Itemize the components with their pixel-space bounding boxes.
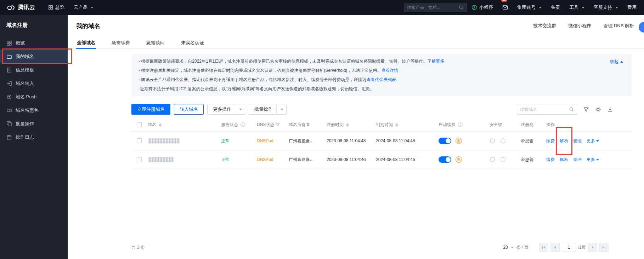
chevron-up-icon — [620, 61, 623, 63]
nav-beian[interactable]: 备案 — [546, 0, 565, 15]
chevron-down-icon — [596, 159, 599, 161]
nav-group-account-label: 集团账号 — [517, 4, 536, 11]
package-icon — [6, 108, 12, 113]
filter-icon[interactable] — [276, 123, 280, 127]
sidebar-item-label: 信息模板 — [16, 67, 34, 73]
col-dns-status[interactable]: DNS状态 — [257, 122, 289, 128]
search-icon[interactable] — [569, 107, 574, 112]
col-registered[interactable]: 注册时间 — [327, 122, 376, 128]
next-page-button[interactable] — [588, 243, 597, 252]
link-wechat-miniprogram[interactable]: 微信小程序 — [568, 23, 591, 29]
sidebar-item-my-domains[interactable]: 我的域名 — [0, 50, 68, 63]
sidebar-item-transfer-in[interactable]: 域名转入 — [0, 77, 68, 90]
col-registrar: 注册商 — [521, 122, 546, 128]
action-manage[interactable]: 管理 — [573, 138, 582, 144]
tab-need-redeem[interactable]: 急需赎回 — [146, 37, 165, 48]
batch-actions-dropdown[interactable]: 批量操作 — [249, 104, 287, 115]
page-size-select[interactable]: 20 — [503, 245, 514, 250]
page-title: 我的域名 — [76, 22, 100, 30]
action-renew[interactable]: 续费 — [546, 138, 555, 144]
notice-link-voucher-list[interactable]: 查看代金券列表 — [366, 77, 396, 82]
chevron-down-icon — [615, 7, 618, 8]
row-checkbox[interactable] — [137, 157, 142, 162]
link-tech-group[interactable]: 技术交流群 — [533, 23, 556, 29]
dns-status: DNSPod — [257, 138, 273, 143]
action-more-dropdown[interactable]: 更多 — [587, 157, 599, 163]
link-manage-dns[interactable]: 管理 DNS 解析 — [603, 23, 634, 29]
nav-group-account[interactable]: 集团账号 — [513, 0, 546, 15]
nav-cloud-products-label: 云产品 — [74, 4, 87, 11]
global-search-input[interactable] — [407, 5, 457, 10]
sidebar-item-label: 我的域名 — [16, 53, 34, 60]
page-input[interactable] — [562, 243, 576, 252]
nav-messages[interactable]: 11 — [498, 0, 513, 15]
envelope-icon — [502, 5, 508, 10]
more-actions-dropdown[interactable]: 更多操作 — [207, 104, 245, 115]
tab-need-renew[interactable]: 急需续费 — [111, 37, 131, 48]
info-icon[interactable] — [241, 122, 245, 127]
action-manage[interactable]: 管理 — [573, 157, 582, 163]
security-lock-icon[interactable] — [500, 157, 506, 163]
prev-page-button[interactable] — [550, 243, 560, 252]
page-header: 我的域名 技术交流群 微信小程序 管理 DNS 解析 — [68, 15, 644, 37]
total-count: 共 2 条 — [131, 244, 145, 251]
domain-search-input[interactable] — [520, 107, 567, 112]
sidebar-item-label: 概览 — [16, 40, 25, 46]
nav-support[interactable]: 客服支持 — [589, 0, 623, 15]
auto-renew-toggle[interactable] — [439, 138, 451, 144]
action-more-dropdown[interactable]: 更多 — [587, 138, 599, 144]
tab-all-domains[interactable]: 全部域名 — [76, 37, 96, 48]
sort-icon — [395, 123, 398, 127]
register-domain-button[interactable]: 立即注册域名 — [131, 104, 170, 115]
nav-cloud-products[interactable]: 云产品 — [69, 0, 98, 15]
action-resolve[interactable]: 解析 — [560, 157, 568, 163]
sidebar-title: 域名注册 — [0, 15, 68, 34]
download-icon[interactable] — [607, 107, 613, 113]
nav-billing[interactable]: 费用 — [623, 0, 641, 15]
select-all-checkbox[interactable] — [137, 122, 142, 127]
notice-line: - 根据最新政策法规要求，自2022年1月1日起，域名注册前必须使用已实名审核的… — [139, 57, 625, 66]
col-domain[interactable]: 域名 — [148, 122, 221, 128]
search-icon[interactable] — [459, 5, 464, 10]
nav-overview[interactable]: 总览 — [44, 0, 69, 15]
sidebar-item-batch[interactable]: 批量操作 — [0, 117, 68, 131]
page-total-label: /1页 — [578, 244, 586, 251]
grid-icon — [48, 5, 53, 10]
transfer-domain-button[interactable]: 转入域名 — [174, 104, 204, 115]
row-checkbox[interactable] — [137, 138, 142, 143]
chevron-down-icon — [91, 7, 94, 8]
toolbar: 立即注册域名 转入域名 更多操作 批量操作 — [131, 104, 632, 115]
security-lock-icon[interactable] — [490, 157, 495, 163]
tencent-cloud-logo[interactable]: 腾讯云 — [0, 3, 44, 12]
action-resolve[interactable]: 解析 — [560, 138, 568, 144]
security-lock-icon[interactable] — [490, 138, 495, 144]
promo-badge[interactable]: 惠 — [456, 138, 462, 144]
redacted-domain — [148, 138, 180, 143]
promo-badge[interactable]: 惠 — [456, 156, 462, 163]
notice-line: -近期有不法分子利用 ICP 备案的公示信息，以“万维网/万域网”等名义向用户发… — [139, 84, 625, 93]
filter-icon[interactable] — [583, 107, 589, 113]
notice-link-learn-more[interactable]: 了解更多 — [427, 59, 444, 64]
nav-mini-program[interactable]: 小程序 — [467, 0, 498, 15]
info-icon[interactable] — [458, 122, 463, 127]
last-page-button[interactable] — [599, 243, 609, 252]
gear-icon[interactable] — [595, 107, 601, 113]
tab-not-verified[interactable]: 未实名认证 — [180, 37, 205, 48]
security-lock-icon[interactable] — [500, 138, 506, 144]
notice-panel: - 根据最新政策法规要求，自2022年1月1日起，域名注册前必须使用已实名审核的… — [131, 54, 632, 96]
auto-renew-toggle[interactable] — [439, 156, 451, 163]
sidebar-item-push[interactable]: 域名 Push — [0, 90, 68, 104]
action-renew[interactable]: 续费 — [546, 157, 555, 163]
first-page-button[interactable] — [539, 243, 548, 252]
sidebar-item-operation-log[interactable]: 操作日志 — [0, 131, 68, 144]
sidebar-item-label: 域名 Push — [16, 94, 36, 100]
col-expires[interactable]: 到期时间 — [376, 122, 439, 128]
notice-link-view-details[interactable]: 查看详情 — [381, 68, 398, 73]
collapse-notice-button[interactable]: 收起 — [610, 57, 623, 66]
nav-tools[interactable]: 工具 — [565, 0, 589, 15]
sidebar-item-info-template[interactable]: 信息模板 — [0, 63, 68, 77]
domain-search[interactable] — [517, 104, 577, 115]
sidebar-item-deal-package[interactable]: 域名特惠包 — [0, 104, 68, 117]
sidebar-item-overview[interactable]: 概览 — [0, 36, 68, 50]
global-search[interactable] — [404, 3, 467, 12]
